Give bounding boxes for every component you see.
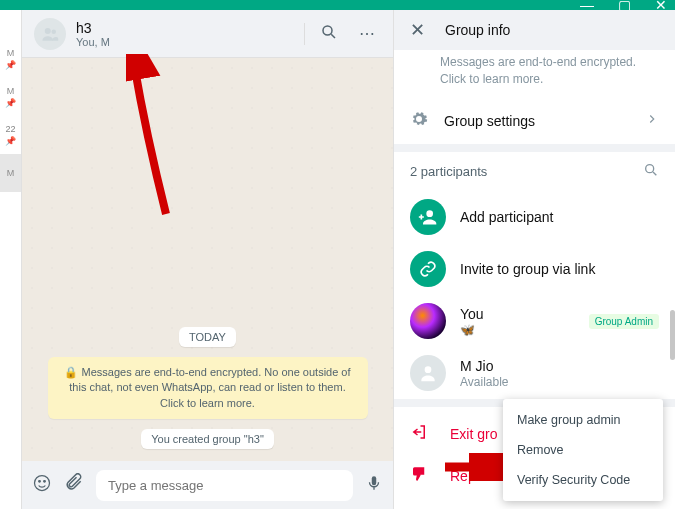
participant-name: You: [460, 306, 575, 322]
add-person-icon: [410, 199, 446, 235]
panel-header: ✕ Group info: [394, 10, 675, 50]
chat-column: h3 You, M ⋯ TODAY 🔒 Messages are end-to-…: [22, 10, 393, 509]
link-icon: [410, 251, 446, 287]
date-pill: TODAY: [179, 327, 236, 347]
invite-link-button[interactable]: Invite to group via link: [394, 243, 675, 295]
group-settings-label: Group settings: [444, 113, 629, 129]
svg-line-9: [653, 172, 656, 175]
chat-body: TODAY 🔒 Messages are end-to-end encrypte…: [22, 58, 393, 461]
sidebar-item[interactable]: M: [0, 154, 21, 192]
menu-verify-code[interactable]: Verify Security Code: [503, 465, 663, 495]
participant-context-menu: Make group admin Remove Verify Security …: [503, 399, 663, 501]
panel-title: Group info: [445, 22, 510, 38]
participant-status: 🦋: [460, 323, 575, 337]
svg-point-5: [39, 481, 41, 483]
window-titlebar: — ▢ ✕: [0, 0, 675, 10]
message-composer: [22, 461, 393, 509]
group-info-panel: ✕ Group info Messages are end-to-end enc…: [393, 10, 675, 509]
avatar: [410, 355, 446, 391]
sidebar-item[interactable]: M📌: [0, 40, 21, 78]
encryption-info[interactable]: Messages are end-to-end encrypted. Click…: [394, 50, 675, 98]
emoji-icon[interactable]: [32, 473, 52, 497]
svg-point-8: [646, 165, 654, 173]
search-icon[interactable]: [315, 23, 343, 45]
svg-point-0: [45, 28, 51, 34]
svg-point-11: [425, 366, 432, 373]
attach-icon[interactable]: [64, 473, 84, 497]
message-input[interactable]: [96, 470, 353, 501]
pin-icon: 📌: [5, 136, 16, 146]
participant-row-mjio[interactable]: M Jio Available: [394, 347, 675, 399]
participant-row-you[interactable]: You 🦋 Group Admin: [394, 295, 675, 347]
chat-subtitle: You, M: [76, 36, 294, 48]
chat-title-block[interactable]: h3 You, M: [76, 20, 294, 48]
sidebar-item[interactable]: M📌: [0, 78, 21, 116]
svg-line-3: [331, 34, 335, 38]
avatar: [410, 303, 446, 339]
add-participant-button[interactable]: Add participant: [394, 191, 675, 243]
svg-point-2: [323, 26, 332, 35]
svg-point-6: [44, 481, 46, 483]
pin-icon: 📌: [5, 98, 16, 108]
svg-point-1: [52, 29, 57, 34]
participants-header: 2 participants: [394, 152, 675, 191]
group-settings-button[interactable]: Group settings: [394, 98, 675, 144]
admin-badge: Group Admin: [589, 314, 659, 329]
sidebar-item[interactable]: 22📌: [0, 116, 21, 154]
menu-make-admin[interactable]: Make group admin: [503, 405, 663, 435]
svg-point-4: [35, 476, 50, 491]
menu-remove[interactable]: Remove: [503, 435, 663, 465]
chat-list-sidebar: M📌 M📌 22📌 M: [0, 10, 22, 509]
svg-rect-7: [372, 476, 377, 485]
participant-name: M Jio: [460, 358, 659, 374]
exit-icon: [410, 423, 428, 445]
system-message: You created group "h3": [141, 429, 274, 449]
group-avatar-icon: [34, 18, 66, 50]
scrollbar[interactable]: [670, 310, 675, 360]
participant-status: Available: [460, 375, 659, 389]
more-icon[interactable]: ⋯: [353, 24, 381, 43]
chevron-right-icon: [645, 112, 659, 130]
divider: [304, 23, 305, 45]
search-participants-icon[interactable]: [643, 162, 659, 181]
chat-header[interactable]: h3 You, M ⋯: [22, 10, 393, 58]
thumbs-down-icon: [410, 465, 428, 487]
close-icon[interactable]: ✕: [410, 19, 425, 41]
mic-icon[interactable]: [365, 474, 383, 496]
chat-title: h3: [76, 20, 294, 36]
participants-count: 2 participants: [410, 164, 487, 179]
encryption-notice[interactable]: 🔒 Messages are end-to-end encrypted. No …: [48, 357, 368, 419]
pin-icon: 📌: [5, 60, 16, 70]
gear-icon: [410, 110, 428, 132]
svg-point-10: [426, 210, 433, 217]
